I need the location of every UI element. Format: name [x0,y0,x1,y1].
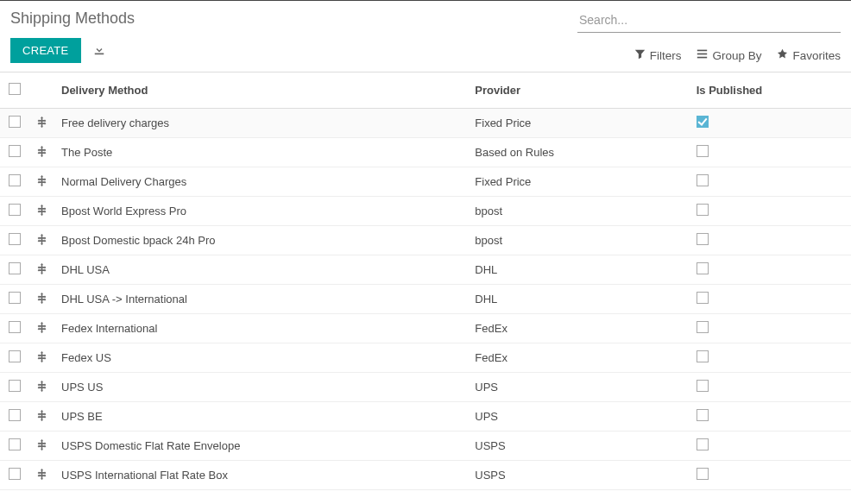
row-checkbox[interactable] [9,145,21,157]
star-icon [777,48,788,62]
move-icon[interactable] [36,439,47,450]
column-header-method[interactable]: Delivery Method [54,72,468,109]
download-icon [93,45,105,58]
move-icon[interactable] [36,234,47,245]
cell-delivery-method: Bpost Domestic bpack 24h Pro [54,226,468,255]
create-button[interactable]: CREATE [10,38,81,63]
funnel-icon [634,48,646,62]
filters-label: Filters [650,49,682,62]
table-row[interactable]: DHL USADHL [0,255,851,285]
table-row[interactable]: USPS Domestic Flat Rate EnvelopeUSPS [0,432,851,461]
table-row[interactable]: Fedex InternationalFedEx [0,314,851,343]
cell-delivery-method: DHL USA -> International [54,285,468,314]
cell-delivery-method: Fedex International [54,314,468,343]
row-checkbox[interactable] [9,292,21,304]
cell-delivery-method: DHL USA [54,255,468,285]
row-checkbox[interactable] [9,204,21,216]
group-by-label: Group By [712,49,761,62]
published-checkbox[interactable] [697,174,709,186]
move-icon[interactable] [36,175,47,186]
row-checkbox[interactable] [9,116,21,128]
cell-delivery-method: The Poste [54,138,468,167]
move-icon[interactable] [36,146,47,157]
column-header-published[interactable]: Is Published [690,72,851,109]
svg-rect-2 [697,57,707,59]
row-checkbox[interactable] [9,468,21,480]
table-row[interactable]: USPS International Flat Rate BoxUSPS [0,461,851,490]
list-icon [697,48,708,62]
cell-provider: FedEx [468,314,689,343]
cell-provider: Based on Rules [468,138,689,167]
move-icon[interactable] [36,117,47,128]
svg-rect-0 [697,50,707,52]
move-icon[interactable] [36,469,47,480]
table-row[interactable]: DHL USA -> InternationalDHL [0,285,851,314]
table-row[interactable]: UPS USUPS [0,373,851,402]
page-title: Shipping Methods [10,9,577,28]
move-icon[interactable] [36,410,47,421]
table-row[interactable]: Bpost World Express Probpost [0,197,851,226]
published-checkbox[interactable] [697,262,709,274]
cell-provider: Fixed Price [468,167,689,197]
cell-provider: DHL [468,285,689,314]
row-checkbox[interactable] [9,321,21,333]
table-row[interactable]: UPS BEUPS [0,402,851,432]
cell-provider: FedEx [468,343,689,373]
cell-provider: Fixed Price [468,109,689,138]
shipping-methods-table: Delivery Method Provider Is Published Fr… [0,72,851,490]
cell-delivery-method: UPS US [54,373,468,402]
group-by-dropdown[interactable]: Group By [697,48,761,62]
published-checkbox[interactable] [697,204,709,216]
published-checkbox[interactable] [697,380,709,392]
cell-delivery-method: UPS BE [54,402,468,432]
published-checkbox[interactable] [697,438,709,450]
row-checkbox[interactable] [9,262,21,274]
row-checkbox[interactable] [9,233,21,245]
cell-delivery-method: Free delivery charges [54,109,468,138]
move-icon[interactable] [36,381,47,392]
table-row[interactable]: Free delivery chargesFixed Price [0,109,851,138]
published-checkbox[interactable] [697,145,709,157]
cell-provider: USPS [468,461,689,490]
select-all-checkbox[interactable] [9,83,21,95]
favorites-label: Favorites [792,49,841,62]
cell-provider: UPS [468,373,689,402]
cell-delivery-method: Normal Delivery Charges [54,167,468,197]
row-checkbox[interactable] [9,174,21,186]
svg-rect-1 [697,54,707,55]
column-header-provider[interactable]: Provider [468,72,689,109]
table-row[interactable]: Normal Delivery ChargesFixed Price [0,167,851,197]
published-checkbox[interactable] [697,468,709,480]
row-checkbox[interactable] [9,409,21,421]
row-checkbox[interactable] [9,350,21,362]
move-icon[interactable] [36,205,47,216]
filters-dropdown[interactable]: Filters [634,48,682,62]
cell-provider: USPS [468,432,689,461]
published-checkbox[interactable] [697,116,709,128]
table-row[interactable]: Fedex USFedEx [0,343,851,373]
cell-provider: bpost [468,197,689,226]
cell-delivery-method: USPS Domestic Flat Rate Envelope [54,432,468,461]
search-input[interactable] [577,9,841,33]
published-checkbox[interactable] [697,233,709,245]
published-checkbox[interactable] [697,350,709,362]
cell-delivery-method: Fedex US [54,343,468,373]
move-icon[interactable] [36,293,47,304]
move-icon[interactable] [36,322,47,333]
cell-provider: bpost [468,226,689,255]
cell-delivery-method: Bpost World Express Pro [54,197,468,226]
row-checkbox[interactable] [9,380,21,392]
cell-delivery-method: USPS International Flat Rate Box [54,461,468,490]
cell-provider: DHL [468,255,689,285]
table-row[interactable]: Bpost Domestic bpack 24h Probpost [0,226,851,255]
published-checkbox[interactable] [697,321,709,333]
cell-provider: UPS [468,402,689,432]
move-icon[interactable] [36,351,47,362]
row-checkbox[interactable] [9,438,21,450]
download-button[interactable] [88,38,110,63]
favorites-dropdown[interactable]: Favorites [777,48,841,62]
table-row[interactable]: The PosteBased on Rules [0,138,851,167]
published-checkbox[interactable] [697,409,709,421]
published-checkbox[interactable] [697,292,709,304]
move-icon[interactable] [36,263,47,274]
